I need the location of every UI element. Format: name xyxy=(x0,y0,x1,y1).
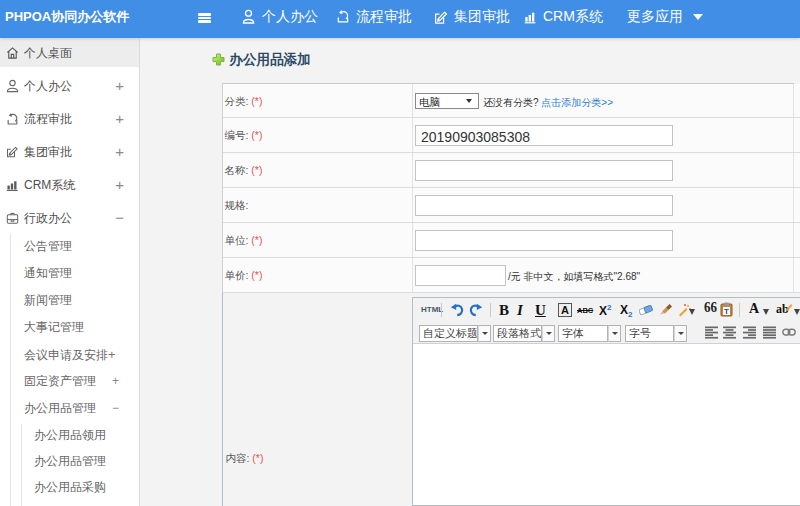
svg-text:T: T xyxy=(724,307,729,316)
